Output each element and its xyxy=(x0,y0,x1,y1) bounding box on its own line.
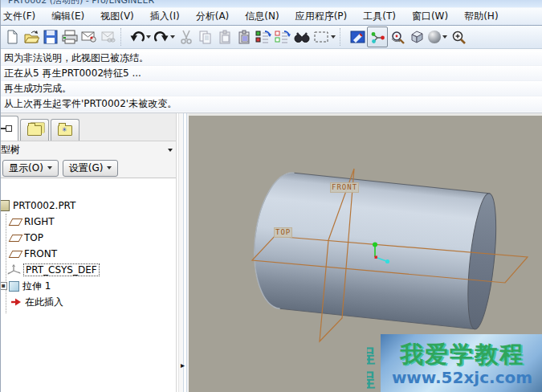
folder-browser-icon xyxy=(27,125,42,136)
main-area: ✳ 型树 显示(O) 设置(G) PRT0002.PRT RIGHT xyxy=(1,113,542,392)
front-plane-label[interactable]: FRONT xyxy=(330,182,359,193)
shading-style-button[interactable] xyxy=(426,27,449,47)
model-tree-title: 型树 xyxy=(1,143,20,157)
sash-collapse-arrow[interactable]: ▸ xyxy=(179,359,186,372)
csys-display-toggle[interactable] xyxy=(367,27,388,47)
paste-special-icon[interactable] xyxy=(234,27,254,47)
new-icon[interactable] xyxy=(2,27,22,47)
message-line: 再生成功完成。 xyxy=(1,81,542,96)
paste-icon[interactable] xyxy=(215,27,234,47)
menu-window[interactable]: 窗口(W) xyxy=(404,8,456,25)
message-line: 从上次再生起零件'PRT0002'未被改变。 xyxy=(1,96,542,112)
show-button[interactable]: 显示(O) xyxy=(2,160,59,177)
menu-applications[interactable]: 应用程序(P) xyxy=(287,8,356,25)
menu-analysis[interactable]: 分析(A) xyxy=(188,8,238,25)
proe-window: PRT0002 (活动的) - Pro/ENGINEER 文件(F) 编辑(E)… xyxy=(0,0,542,392)
message-area: 因为非法说明，此视图已被冻结。 正在从5 再生PRT0002特征5 ... 再生… xyxy=(1,49,542,113)
navigator-panel: ✳ 型树 显示(O) 设置(G) PRT0002.PRT RIGHT xyxy=(1,113,177,392)
tree-item-top-plane[interactable]: TOP xyxy=(1,230,176,246)
regenerate-set-icon[interactable] xyxy=(273,27,292,47)
settings-button[interactable]: 设置(G) xyxy=(63,160,119,177)
named-views-icon[interactable] xyxy=(407,27,426,47)
tree-button-row: 显示(O) 设置(G) xyxy=(1,158,176,178)
model-tree-header: 型树 xyxy=(1,141,176,158)
send-email-icon[interactable] xyxy=(79,27,99,47)
mail-link-icon[interactable] xyxy=(99,27,118,47)
menu-info[interactable]: 信息(N) xyxy=(237,8,287,25)
copy-icon[interactable] xyxy=(196,27,215,47)
find-icon[interactable] xyxy=(292,27,312,47)
tab-favorites[interactable]: ✳ xyxy=(51,119,79,141)
tree-header-dropdown-caret[interactable] xyxy=(168,149,173,152)
window-title: PRT0002 (活动的) - Pro/ENGINEER xyxy=(1,0,542,6)
tree-item-csys[interactable]: PRT_CSYS_DEF xyxy=(1,262,176,278)
print-icon[interactable] xyxy=(60,27,79,47)
navigator-tabs: ✳ xyxy=(1,113,176,141)
tree-item-extrude[interactable]: ▪ 拉伸 1 xyxy=(1,278,176,294)
tab-model-tree[interactable] xyxy=(1,116,18,141)
tree-item-front-plane[interactable]: FRONT xyxy=(1,246,176,262)
select-box-dropdown-caret[interactable] xyxy=(331,35,336,39)
undo-dropdown-caret[interactable] xyxy=(146,35,151,39)
watermark-overlay: 我爱学教程 www.52xjc.com xyxy=(381,334,542,392)
shading-dropdown-caret[interactable] xyxy=(442,35,447,39)
graphics-viewport[interactable]: FRONT TOP 程 程 我爱学教程 www.52xjc.com xyxy=(189,113,542,392)
model-tree: PRT0002.PRT RIGHT TOP FRONT PRT_CSYS_DEF xyxy=(1,178,176,392)
top-plane-label[interactable]: TOP xyxy=(274,227,292,238)
title-bar[interactable]: PRT0002 (活动的) - Pro/ENGINEER xyxy=(1,0,542,8)
regenerate-icon[interactable] xyxy=(254,27,273,47)
menu-view[interactable]: 视图(V) xyxy=(92,8,142,25)
favorites-folder-icon: ✳ xyxy=(58,125,72,136)
menu-edit[interactable]: 编辑(E) xyxy=(43,8,92,25)
message-line: 因为非法说明，此视图已被冻结。 xyxy=(1,51,542,66)
save-icon[interactable] xyxy=(41,27,60,47)
cut-icon[interactable] xyxy=(177,27,196,47)
expand-icon[interactable]: ▪ xyxy=(1,282,7,290)
insert-here-icon xyxy=(10,297,22,307)
undo-button[interactable] xyxy=(128,27,153,47)
tab-folder-browser[interactable] xyxy=(20,119,49,141)
watermark-title: 我爱学教程 xyxy=(381,341,542,367)
open-icon[interactable] xyxy=(22,27,41,47)
part-icon xyxy=(1,200,10,211)
reorient-view-icon[interactable] xyxy=(388,27,407,47)
watermark-url: www.52xjc.com xyxy=(381,367,542,388)
datum-plane-icon xyxy=(9,251,23,258)
zoom-in-icon[interactable] xyxy=(449,27,468,47)
datum-plane-icon xyxy=(9,235,23,242)
repaint-icon[interactable] xyxy=(348,27,367,47)
menu-help[interactable]: 帮助(H) xyxy=(456,8,506,25)
tree-item-part[interactable]: PRT0002.PRT xyxy=(1,198,176,214)
menu-tools[interactable]: 工具(T) xyxy=(355,8,404,25)
redo-button[interactable] xyxy=(153,27,177,47)
datum-plane-icon xyxy=(9,218,23,226)
menu-bar: 文件(F) 编辑(E) 视图(V) 插入(I) 分析(A) 信息(N) 应用程序… xyxy=(0,8,542,26)
menu-insert[interactable]: 插入(I) xyxy=(142,8,188,25)
model-tree-icon xyxy=(1,125,12,133)
message-line: 正在从5 再生PRT0002特征5 ... xyxy=(1,66,542,81)
main-toolbar xyxy=(1,26,542,49)
navigator-splitter[interactable]: ▸ xyxy=(177,113,189,392)
menu-file[interactable]: 文件(F) xyxy=(0,8,43,25)
toolbar-separator xyxy=(340,28,345,46)
csys-icon xyxy=(7,264,21,276)
toolbar-separator xyxy=(120,28,126,46)
extrude-feature-icon xyxy=(9,281,19,292)
tree-item-insert-here[interactable]: 在此插入 xyxy=(1,294,176,310)
select-box-button[interactable] xyxy=(312,27,337,47)
shaded-sphere-icon xyxy=(428,31,441,43)
tree-item-right-plane[interactable]: RIGHT xyxy=(1,214,176,230)
watermark-clipped-text: 程 程 xyxy=(367,344,381,392)
redo-dropdown-caret[interactable] xyxy=(170,35,175,39)
